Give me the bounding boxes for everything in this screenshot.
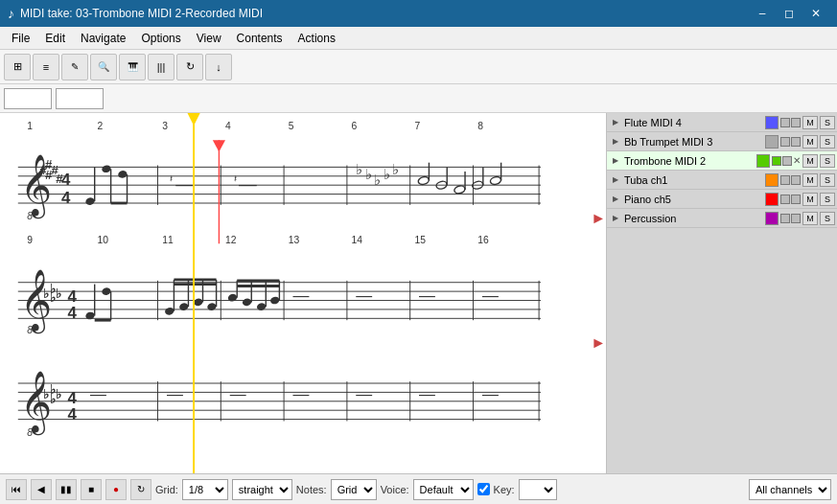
- minimize-button[interactable]: –: [749, 0, 776, 27]
- list-view-button[interactable]: ≡: [33, 54, 59, 80]
- piano-button[interactable]: 🎹: [119, 54, 146, 80]
- track-play-6[interactable]: ▶: [609, 212, 622, 225]
- svg-text:—: —: [239, 173, 257, 194]
- svg-text:—: —: [293, 385, 310, 403]
- bars-button[interactable]: |||: [148, 54, 174, 80]
- transport-stop-button[interactable]: ■: [81, 479, 102, 500]
- track-mute-2[interactable]: M: [802, 135, 818, 149]
- score-area[interactable]: 1 2 3 4 5 6 7 8 𝄞 4 4 # # #: [0, 113, 607, 473]
- track-color-3: [756, 154, 770, 168]
- menu-view[interactable]: View: [189, 30, 229, 47]
- search-button[interactable]: 🔍: [90, 54, 117, 80]
- right-arrow-1[interactable]: ►: [591, 210, 606, 227]
- track-play-1[interactable]: ▶: [609, 116, 622, 129]
- svg-text:𝄞: 𝄞: [20, 269, 52, 334]
- sheet-music: 1 2 3 4 5 6 7 8 𝄞 4 4 # # #: [0, 113, 606, 473]
- track-play-4[interactable]: ▶: [609, 173, 622, 187]
- track-mute-4[interactable]: M: [802, 173, 818, 187]
- track-name-4: Tuba ch1: [624, 174, 763, 186]
- menu-actions[interactable]: Actions: [291, 30, 343, 47]
- key-checkbox[interactable]: [477, 483, 490, 495]
- svg-text:—: —: [419, 286, 435, 305]
- edit-button[interactable]: ✎: [61, 54, 88, 80]
- svg-text:—: —: [419, 385, 435, 403]
- track-color-2: [765, 135, 779, 149]
- svg-text:—: —: [482, 286, 499, 305]
- track-solo-4[interactable]: S: [820, 173, 835, 187]
- grid-select[interactable]: 1/8 1/1 1/2 1/4 1/16 1/32: [182, 479, 228, 500]
- right-arrow-2[interactable]: ►: [591, 334, 606, 352]
- track-solo-1[interactable]: S: [820, 116, 835, 129]
- app-icon: ♪: [8, 6, 14, 21]
- track-mute-5[interactable]: M: [802, 193, 818, 206]
- svg-text:#: #: [45, 157, 53, 172]
- track-color-1: [765, 116, 779, 129]
- svg-text:14: 14: [352, 235, 363, 245]
- track-mute-3[interactable]: M: [802, 154, 818, 168]
- value-input-1[interactable]: [4, 88, 52, 109]
- track-mute-1[interactable]: M: [802, 116, 818, 129]
- close-button[interactable]: ✕: [802, 0, 829, 27]
- svg-text:♭: ♭: [56, 286, 61, 301]
- svg-text:5: 5: [289, 121, 294, 131]
- menu-file[interactable]: File: [4, 30, 37, 47]
- svg-text:𝄞: 𝄞: [20, 371, 52, 436]
- grid-view-button[interactable]: ⊞: [4, 54, 31, 80]
- track-automation-3: ✕: [772, 155, 801, 166]
- down-button[interactable]: ↓: [205, 54, 232, 80]
- track-row-4: ▶ Tuba ch1 M S: [607, 171, 837, 190]
- window-title: MIDI take: 03-Trombone MIDI 2-Recorded M…: [20, 7, 263, 20]
- svg-text:9: 9: [27, 235, 33, 245]
- main-area: 1 2 3 4 5 6 7 8 𝄞 4 4 # # #: [0, 113, 837, 473]
- svg-text:♭: ♭: [56, 387, 61, 401]
- transport-back-button[interactable]: ⏮: [6, 479, 27, 500]
- track-automation-4: [780, 175, 801, 185]
- svg-text:2: 2: [98, 121, 104, 131]
- transport-pause-button[interactable]: ▮▮: [56, 479, 77, 500]
- svg-text:16: 16: [477, 235, 489, 245]
- cycle-button[interactable]: ↻: [176, 54, 203, 80]
- voice-select[interactable]: Default Voice 1 Voice 2: [413, 479, 474, 500]
- transport-record-button[interactable]: ●: [105, 479, 127, 500]
- track-solo-3[interactable]: S: [820, 154, 835, 168]
- menu-edit[interactable]: Edit: [37, 30, 73, 47]
- menu-options[interactable]: Options: [133, 30, 188, 47]
- track-automation-6: [780, 214, 801, 223]
- track-play-2[interactable]: ▶: [609, 135, 622, 149]
- menu-navigate[interactable]: Navigate: [73, 30, 133, 47]
- svg-text:♭: ♭: [384, 166, 390, 182]
- channels-select[interactable]: All channels Channel 1 Channel 2: [749, 479, 831, 500]
- maximize-button[interactable]: ◻: [776, 0, 802, 27]
- toolbar: ⊞ ≡ ✎ 🔍 🎹 ||| ↻ ↓: [0, 50, 837, 84]
- key-select[interactable]: [519, 479, 557, 500]
- track-mute-6[interactable]: M: [802, 212, 818, 225]
- svg-text:—: —: [175, 173, 194, 194]
- track-color-4: [765, 173, 779, 187]
- svg-text:—: —: [356, 286, 372, 305]
- notes-label: Notes:: [296, 484, 327, 495]
- track-automation-5: [780, 195, 801, 204]
- svg-text:—: —: [293, 286, 310, 305]
- svg-text:11: 11: [162, 235, 174, 245]
- toolbar2: [0, 84, 837, 113]
- track-solo-5[interactable]: S: [820, 193, 835, 206]
- svg-text:10: 10: [98, 235, 109, 245]
- svg-text:—: —: [90, 385, 106, 403]
- svg-text:7: 7: [414, 121, 420, 131]
- track-row-5: ▶ Piano ch5 M S: [607, 190, 837, 209]
- svg-text:8: 8: [477, 121, 483, 131]
- value-input-2[interactable]: [56, 88, 104, 109]
- track-play-5[interactable]: ▶: [609, 193, 622, 206]
- notes-select[interactable]: Grid 1/8 1/16: [331, 479, 377, 500]
- track-play-3[interactable]: ▶: [609, 154, 622, 168]
- track-solo-2[interactable]: S: [820, 135, 835, 149]
- svg-text:♭: ♭: [50, 392, 56, 406]
- svg-text:8: 8: [27, 325, 33, 335]
- track-name-1: Flute MIDI 4: [624, 117, 763, 128]
- straight-select[interactable]: straight swing dotted: [232, 479, 292, 500]
- transport-prev-button[interactable]: ◀: [31, 479, 52, 500]
- track-solo-6[interactable]: S: [820, 212, 835, 225]
- transport-loop-button[interactable]: ↻: [130, 479, 151, 500]
- menu-contents[interactable]: Contents: [229, 30, 291, 47]
- bottom-bar: ⏮ ◀ ▮▮ ■ ● ↻ Grid: 1/8 1/1 1/2 1/4 1/16 …: [0, 473, 837, 504]
